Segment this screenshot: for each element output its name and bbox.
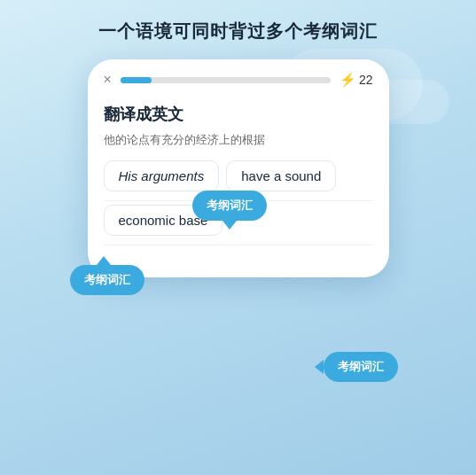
card-body: 翻译成英文 他的论点有充分的经济上的根据 His arguments have …: [88, 97, 389, 260]
top-bar: × ⚡ 22: [88, 59, 389, 97]
phone-frame: × ⚡ 22 翻译成英文 他的论点有充分的经济上的根据 His argument…: [88, 59, 389, 277]
phone-mockup: 考纲词汇 考纲词汇 考纲词汇 × ⚡ 22 翻译成英文 他的论点有充分的经济上的…: [88, 59, 389, 277]
card-subtitle: 他的论点有充分的经济上的根据: [104, 132, 373, 148]
answer-chip-his-arguments[interactable]: His arguments: [104, 160, 220, 191]
close-button[interactable]: ×: [104, 72, 112, 88]
answer-row-1: His arguments have a sound: [104, 160, 373, 191]
lightning-icon: ⚡: [339, 72, 356, 88]
page-title: 一个语境可同时背过多个考纲词汇: [98, 19, 378, 43]
tooltip-keyword-2: 考纲词汇: [324, 352, 398, 382]
card-instruction: 翻译成英文: [104, 104, 373, 125]
progress-bar-fill: [121, 77, 152, 83]
answer-chip-have-a-sound[interactable]: have a sound: [226, 160, 336, 191]
progress-bar-background: [121, 77, 331, 83]
tooltip-keyword-3: 考纲词汇: [70, 265, 144, 295]
divider-2: [104, 245, 373, 245]
score-area: ⚡ 22: [339, 72, 373, 88]
tooltip-keyword-1: 考纲词汇: [192, 191, 267, 221]
score-value: 22: [359, 73, 373, 87]
